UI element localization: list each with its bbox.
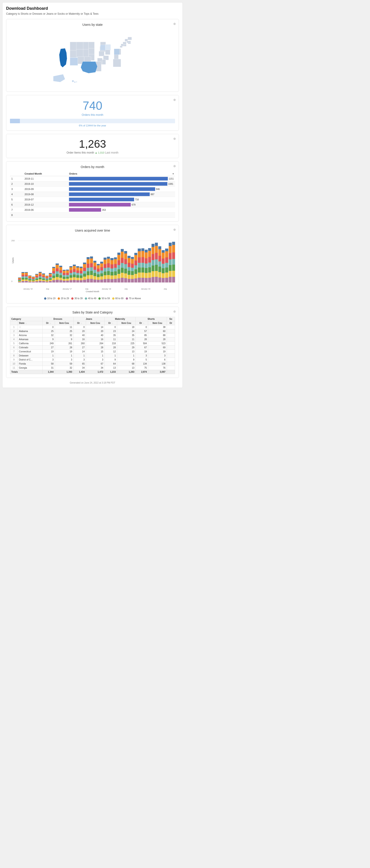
table-row: 19 (55, 350, 73, 354)
table-row: Georgia (18, 366, 42, 370)
sales-table: Category Dresses Jeans Maternity Shorts … (10, 317, 175, 374)
trend-arrow: ▲ (95, 151, 98, 154)
bar-group (93, 241, 96, 282)
page-subtitle: Category is Shorts or Dresses or Jeans o… (6, 12, 179, 16)
table-row: 1 (42, 354, 55, 358)
table-row: 218 (104, 341, 117, 346)
users-time-title: Users acquired over time (10, 229, 175, 232)
table-row (167, 341, 175, 346)
bar-group (114, 241, 117, 282)
table-row (167, 337, 175, 341)
table-row: 64 (104, 362, 117, 366)
bar-group (56, 241, 59, 282)
table-row: 76 (148, 366, 167, 370)
svg-rect-25 (70, 42, 77, 51)
dropdown-arrow[interactable]: ▾ (173, 173, 174, 175)
table-row: 260 (73, 341, 86, 346)
table-row: 1 (10, 325, 18, 329)
bar-group (138, 241, 141, 282)
table-row: 60 (148, 329, 167, 333)
table-row: 20 (73, 329, 86, 333)
sales-title: Sales by State and Category (10, 311, 175, 314)
table-row: 2019-12 (23, 202, 68, 207)
table-row: 85 (136, 333, 148, 337)
table-row: Florida (18, 362, 42, 366)
table-row: 28 (86, 346, 104, 350)
table-row: ☉ (18, 325, 42, 329)
table-row: 27 (42, 346, 55, 350)
stacked-bars (18, 241, 175, 282)
table-row: Colorado (18, 346, 42, 350)
table-row: 16 (86, 337, 104, 341)
table-row: 716 (68, 197, 175, 202)
table-row: Delaware (18, 354, 42, 358)
table-row: 24 (117, 329, 135, 333)
j-or-header: Or ↑↓ (73, 321, 86, 325)
table-row: 3 (148, 354, 167, 358)
table-row: 1 (73, 354, 86, 358)
y-tick-250: 250 (11, 240, 15, 242)
table-row: 8 (10, 213, 23, 218)
table-row: 67 (136, 346, 148, 350)
d-ic-header: Item Cou (55, 321, 73, 325)
bar-group (18, 241, 21, 282)
empty-th (10, 321, 18, 325)
bar-group (45, 241, 49, 282)
table-row: 2019-08 (23, 192, 68, 197)
table-row: 2019-09 (23, 187, 68, 192)
m-ic-header: Item Cou (117, 321, 135, 325)
table-row: 65 (73, 362, 86, 366)
table-row: 3 (73, 358, 86, 362)
svg-rect-15 (105, 50, 110, 55)
page-title: Download Dashboard (6, 6, 179, 11)
bar-group (73, 241, 76, 282)
table-row: 2019-11 (23, 176, 68, 181)
table-row: 14 (73, 350, 86, 354)
table-row: 14 (86, 325, 104, 329)
bar-group (49, 241, 52, 282)
stacked-chart-area: Users 250 0 January '16 July January '17… (10, 235, 175, 295)
totals-s-or: 2,974 (136, 370, 148, 374)
table-row: 504 (136, 341, 148, 346)
svg-rect-36 (70, 58, 78, 66)
items-kpi-card: ⊕ 1,263 Order Items this month ▲ 1,010 L… (6, 134, 179, 158)
bar-group (22, 241, 24, 282)
svg-rect-10 (114, 54, 119, 60)
col-created-month: Created Month (23, 172, 68, 176)
table-row: 34 (73, 366, 86, 370)
table-row: 887 (68, 192, 175, 197)
table-row: 35 (117, 333, 135, 337)
users-over-time-card: ⊕ Users acquired over time Users 250 0 J… (6, 225, 179, 304)
chart-legend: 10 to 1920 to 2930 to 3940 to 4950 to 59… (10, 297, 175, 300)
svg-rect-23 (83, 42, 89, 50)
orders-month-title: Orders by month (10, 165, 175, 169)
table-row: 6 (10, 346, 18, 350)
globe-icon-4: ⊕ (173, 164, 176, 168)
legend-item: 60 to 69 (112, 297, 123, 300)
legend-item: 10 to 19 (44, 297, 55, 300)
s-or-header: Or ↑↓ (136, 321, 148, 325)
table-row: 19 (136, 350, 148, 354)
totals-m-or: 1,233 (104, 370, 117, 374)
svg-rect-34 (100, 45, 106, 50)
table-row (167, 362, 175, 366)
table-row: 13 (117, 350, 135, 354)
svg-rect-28 (76, 49, 83, 57)
svg-rect-20 (89, 42, 95, 49)
table-row: 5 (10, 341, 18, 346)
totals-j-ic: 1,472 (86, 370, 104, 374)
table-row: 3 (55, 358, 73, 362)
svg-rect-4 (128, 42, 131, 44)
table-row: 249 (42, 341, 55, 346)
table-row: 2019-10 (23, 181, 68, 187)
table-row: 9 (10, 358, 18, 362)
table-row: 7 (10, 207, 23, 213)
table-row (167, 325, 175, 329)
globe-icon-3: ⊕ (173, 137, 176, 141)
orders-kpi-card: ⊕ 740 Orders this month 6% of 13444 for … (6, 95, 179, 131)
bar-group (158, 241, 161, 282)
table-row: 29 (117, 346, 135, 350)
table-row: 23 (104, 329, 117, 333)
table-row: 679 (68, 202, 175, 207)
table-row: 8 (10, 354, 18, 358)
